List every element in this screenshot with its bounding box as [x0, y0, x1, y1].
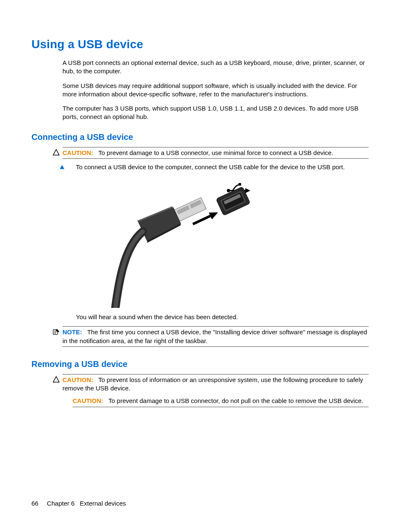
heading-connecting-usb: Connecting a USB device: [31, 132, 369, 142]
caution-connecting: CAUTION: To prevent damage to a USB conn…: [52, 145, 369, 160]
step-triangle-icon: [59, 164, 66, 170]
usb-cable-illustration: [78, 178, 270, 308]
svg-rect-13: [174, 197, 206, 221]
caution-label: CAUTION:: [62, 376, 93, 383]
svg-marker-0: [53, 149, 59, 155]
svg-marker-4: [245, 188, 250, 193]
svg-rect-5: [239, 183, 241, 186]
svg-marker-12: [209, 209, 220, 220]
caution-removing: CAUTION: To prevent loss of information …: [52, 372, 369, 410]
caution-label-2: CAUTION:: [73, 397, 103, 404]
caution-label: CAUTION:: [62, 149, 93, 156]
note-pencil-icon: [52, 328, 60, 336]
caution-text-1: To prevent loss of information or an unr…: [62, 376, 363, 392]
note-label: NOTE:: [62, 328, 82, 336]
step-text: To connect a USB device to the computer,…: [76, 163, 345, 170]
caution-text-2: To prevent damage to a USB connector, do…: [109, 397, 364, 404]
step-connect-usb: To connect a USB device to the computer,…: [52, 160, 369, 174]
intro-paragraph-3: The computer has 3 USB ports, which supp…: [62, 104, 369, 121]
page-number: 66: [31, 500, 39, 507]
after-image-text: You will hear a sound when the device ha…: [76, 312, 369, 325]
caution-triangle-icon: [52, 149, 60, 156]
intro-paragraph-2: Some USB devices may require additional …: [62, 82, 369, 99]
page-footer: 66 Chapter 6 External devices: [31, 500, 126, 507]
heading-using-usb-device: Using a USB device: [31, 38, 369, 51]
note-first-connect: NOTE: The first time you connect a USB d…: [52, 325, 369, 349]
intro-block: A USB port connects an optional external…: [62, 59, 369, 121]
caution-text: To prevent damage to a USB connector, us…: [99, 149, 333, 156]
svg-line-11: [193, 216, 210, 224]
intro-paragraph-1: A USB port connects an optional external…: [62, 59, 369, 76]
caution-triangle-icon: [52, 376, 60, 383]
svg-marker-25: [53, 377, 59, 382]
page: Using a USB device A USB port connects a…: [0, 0, 400, 532]
chapter-label: Chapter 6 External devices: [47, 500, 126, 507]
note-text: The first time you connect a USB device,…: [62, 328, 367, 344]
svg-marker-1: [60, 165, 65, 169]
heading-removing-usb: Removing a USB device: [31, 359, 369, 369]
